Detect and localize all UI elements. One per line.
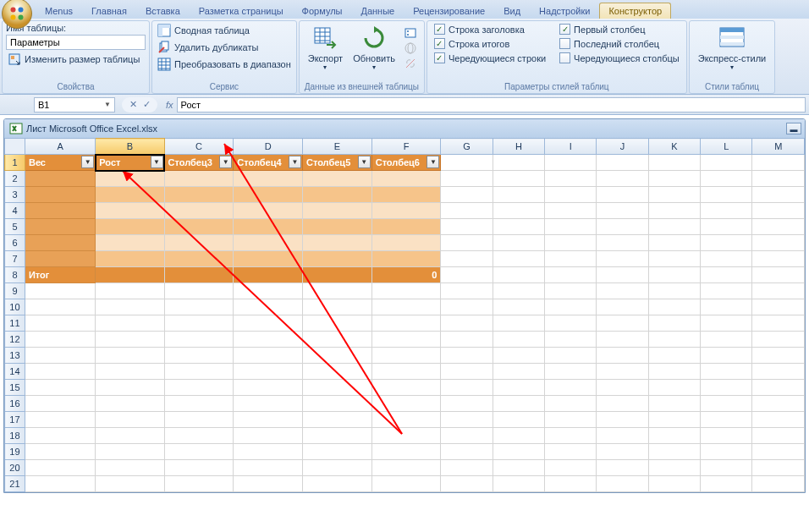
cell-J3[interactable] bbox=[597, 187, 648, 203]
cell-C5[interactable] bbox=[164, 219, 234, 235]
cell-L3[interactable] bbox=[701, 187, 752, 203]
cell-B14[interactable] bbox=[96, 364, 164, 380]
cell-C17[interactable] bbox=[164, 412, 234, 428]
cell-F1[interactable]: Столбец6▼ bbox=[371, 155, 441, 171]
cell-G3[interactable] bbox=[441, 187, 493, 203]
cell-A12[interactable] bbox=[25, 332, 95, 348]
cell-B11[interactable] bbox=[96, 315, 164, 332]
cell-H4[interactable] bbox=[493, 203, 544, 219]
cell-A6[interactable] bbox=[25, 235, 95, 251]
cell-I10[interactable] bbox=[545, 299, 597, 315]
cell-F8[interactable]: 0 bbox=[371, 267, 441, 283]
cell-K3[interactable] bbox=[648, 187, 700, 203]
cell-J7[interactable] bbox=[597, 251, 648, 267]
cell-M14[interactable] bbox=[752, 364, 805, 380]
cell-J20[interactable] bbox=[597, 460, 648, 476]
cell-G20[interactable] bbox=[441, 460, 493, 476]
row-header-7[interactable]: 7 bbox=[5, 251, 25, 267]
cell-F12[interactable] bbox=[371, 332, 441, 348]
select-all-corner[interactable] bbox=[5, 139, 25, 155]
cell-H19[interactable] bbox=[493, 444, 544, 460]
cell-M15[interactable] bbox=[752, 380, 805, 396]
cell-E17[interactable] bbox=[302, 412, 371, 428]
cell-L1[interactable] bbox=[701, 155, 752, 171]
cell-H8[interactable] bbox=[493, 267, 544, 283]
col-header-G[interactable]: G bbox=[441, 139, 493, 155]
cell-A8[interactable]: Итог bbox=[25, 267, 95, 283]
cell-H21[interactable] bbox=[493, 476, 544, 492]
cell-I6[interactable] bbox=[545, 235, 597, 251]
cell-C16[interactable] bbox=[164, 396, 234, 412]
cell-K8[interactable] bbox=[648, 267, 700, 283]
cell-B21[interactable] bbox=[96, 476, 164, 492]
cell-L11[interactable] bbox=[701, 315, 752, 332]
cell-F9[interactable] bbox=[371, 283, 441, 299]
tab-главная[interactable]: Главная bbox=[82, 3, 136, 19]
cell-G11[interactable] bbox=[441, 315, 493, 332]
cell-D4[interactable] bbox=[234, 203, 303, 219]
check-total-row[interactable]: ✓Строка итогов bbox=[431, 37, 549, 50]
cell-L20[interactable] bbox=[701, 460, 752, 476]
cell-M8[interactable] bbox=[752, 267, 805, 283]
cell-L18[interactable] bbox=[701, 428, 752, 444]
col-header-B[interactable]: B bbox=[96, 139, 164, 155]
cell-K15[interactable] bbox=[648, 380, 700, 396]
cell-K7[interactable] bbox=[648, 251, 700, 267]
cell-H10[interactable] bbox=[493, 299, 544, 315]
cell-M1[interactable] bbox=[752, 155, 805, 171]
cell-D17[interactable] bbox=[234, 412, 303, 428]
cell-M20[interactable] bbox=[752, 460, 805, 476]
cell-E19[interactable] bbox=[302, 444, 371, 460]
cell-D15[interactable] bbox=[234, 380, 303, 396]
cell-D12[interactable] bbox=[234, 332, 303, 348]
cell-G5[interactable] bbox=[441, 219, 493, 235]
cell-G17[interactable] bbox=[441, 412, 493, 428]
cell-H12[interactable] bbox=[493, 332, 544, 348]
cell-J16[interactable] bbox=[597, 396, 648, 412]
cell-K1[interactable] bbox=[648, 155, 700, 171]
filter-dropdown-icon[interactable]: ▼ bbox=[289, 156, 301, 168]
cell-H11[interactable] bbox=[493, 315, 544, 332]
export-button[interactable]: Экспорт ▾ bbox=[303, 23, 348, 73]
row-header-2[interactable]: 2 bbox=[5, 171, 25, 187]
tab-надстройки[interactable]: Надстройки bbox=[530, 3, 599, 19]
cell-A7[interactable] bbox=[25, 251, 95, 267]
cell-F16[interactable] bbox=[371, 396, 441, 412]
cell-D18[interactable] bbox=[234, 428, 303, 444]
cell-H20[interactable] bbox=[493, 460, 544, 476]
row-header-10[interactable]: 10 bbox=[5, 299, 25, 315]
cell-J12[interactable] bbox=[597, 332, 648, 348]
row-header-17[interactable]: 17 bbox=[5, 412, 25, 428]
cell-K5[interactable] bbox=[648, 219, 700, 235]
cell-L2[interactable] bbox=[701, 171, 752, 187]
cancel-icon[interactable]: ✕ bbox=[127, 99, 139, 110]
cell-J5[interactable] bbox=[597, 219, 648, 235]
cell-E3[interactable] bbox=[302, 187, 371, 203]
cell-A18[interactable] bbox=[25, 428, 95, 444]
col-header-D[interactable]: D bbox=[234, 139, 303, 155]
cell-K2[interactable] bbox=[648, 171, 700, 187]
cell-M10[interactable] bbox=[752, 299, 805, 315]
worksheet-area[interactable]: ABCDEFGHIJKLM1Вес▼Рост▼Столбец3▼Столбец4… bbox=[4, 138, 805, 492]
cell-C15[interactable] bbox=[164, 380, 234, 396]
row-header-20[interactable]: 20 bbox=[5, 460, 25, 476]
cell-A5[interactable] bbox=[25, 219, 95, 235]
cell-C6[interactable] bbox=[164, 235, 234, 251]
cell-M9[interactable] bbox=[752, 283, 805, 299]
cell-C10[interactable] bbox=[164, 299, 234, 315]
cell-B16[interactable] bbox=[96, 396, 164, 412]
row-header-6[interactable]: 6 bbox=[5, 235, 25, 251]
row-header-4[interactable]: 4 bbox=[5, 203, 25, 219]
cell-A2[interactable] bbox=[25, 171, 95, 187]
cell-F19[interactable] bbox=[371, 444, 441, 460]
cell-B2[interactable] bbox=[96, 171, 164, 187]
cell-E9[interactable] bbox=[302, 283, 371, 299]
cell-L12[interactable] bbox=[701, 332, 752, 348]
cell-B17[interactable] bbox=[96, 412, 164, 428]
cell-H5[interactable] bbox=[493, 219, 544, 235]
cell-C13[interactable] bbox=[164, 348, 234, 364]
row-header-1[interactable]: 1 bbox=[5, 155, 25, 171]
cell-L17[interactable] bbox=[701, 412, 752, 428]
express-styles-button[interactable]: Экспресс-стили ▾ bbox=[693, 23, 771, 80]
cell-A16[interactable] bbox=[25, 396, 95, 412]
